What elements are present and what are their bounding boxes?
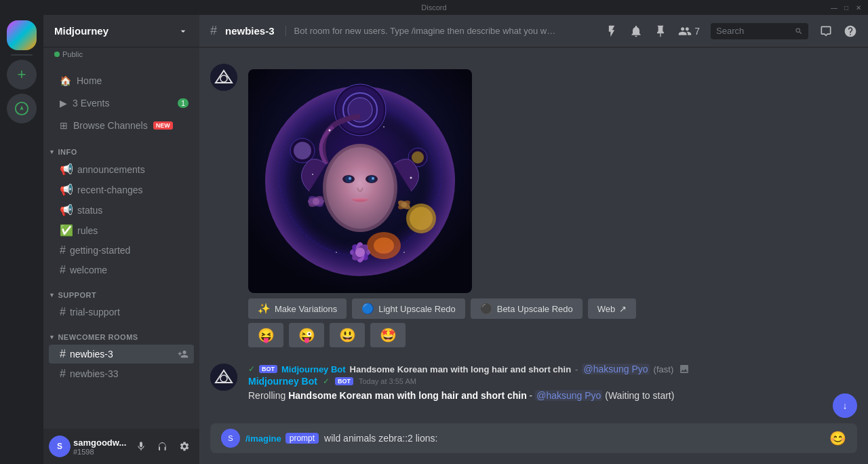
inbox-icon[interactable] — [819, 24, 833, 38]
svg-point-16 — [410, 207, 433, 230]
browse-channels-label: Browse Channels — [73, 120, 148, 131]
megaphone-icon: 📢 — [60, 163, 73, 176]
channel-sidebar: Midjourney Public 🏠 Home ▶ 3 Events 1 — [43, 15, 199, 464]
nav-home[interactable]: 🏠 Home — [49, 70, 194, 92]
plus-icon: + — [18, 66, 26, 83]
slash-command: /imagine — [245, 433, 281, 444]
prompt-indicator: ✓ BOT Midjourney Bot Handsome Korean man… — [248, 364, 857, 374]
search-box[interactable] — [711, 23, 808, 39]
reaction-button-2[interactable]: 😜 — [289, 323, 324, 347]
nav-events[interactable]: ▶ 3 Events 1 — [49, 92, 194, 114]
verified-icon: ✓ — [248, 364, 255, 374]
pin-icon[interactable] — [654, 24, 667, 38]
light-upscale-label: Light Upscale Redo — [378, 304, 455, 314]
section-support-label: SUPPORT — [58, 291, 96, 299]
deafen-button[interactable] — [153, 437, 172, 456]
main-content: # newbies-3 Bot room for new users. Type… — [199, 15, 868, 464]
compass-icon — [14, 101, 29, 116]
server-header[interactable]: Midjourney — [43, 15, 199, 47]
home-label: Home — [77, 75, 102, 86]
reaction-button-3[interactable]: 😃 — [330, 323, 365, 347]
server-icon-midjourney[interactable] — [7, 20, 37, 50]
add-member-icon — [178, 349, 189, 360]
channel-name-newbies-3: newbies-3 — [70, 349, 174, 360]
reaction-emoji-3: 😃 — [339, 327, 356, 343]
notification-icon[interactable] — [629, 24, 643, 38]
user-info: samgoodw... #1598 — [73, 438, 129, 456]
msg-image-container — [248, 69, 472, 293]
mute-button[interactable] — [132, 437, 151, 456]
channel-name-getting-started: getting-started — [70, 245, 189, 256]
maximize-button[interactable]: □ — [842, 3, 850, 12]
megaphone3-icon: 📢 — [60, 204, 73, 216]
channel-name-rules: rules — [77, 225, 189, 236]
channel-hash: # — [210, 24, 217, 38]
titlebar-title: Discord — [421, 3, 446, 12]
channel-recent-changes[interactable]: 📢 recent-changes — [49, 180, 194, 199]
server-status-label: Public — [62, 50, 83, 58]
check-icon: ✅ — [60, 224, 73, 237]
midjourney-logo-icon-2 — [210, 364, 237, 391]
events-badge: 1 — [178, 98, 189, 108]
svg-point-25 — [349, 177, 351, 180]
member-count[interactable]: 7 — [678, 24, 700, 38]
light-upscale-redo-button[interactable]: 🔵 Light Upscale Redo — [352, 298, 465, 319]
settings-button[interactable] — [175, 437, 194, 456]
sparkles-icon: ✨ — [258, 303, 271, 315]
explore-button[interactable] — [7, 94, 37, 123]
close-button[interactable]: ✕ — [854, 3, 863, 12]
midjourney-avatar-2 — [210, 364, 237, 391]
reaction-button-1[interactable]: 😝 — [248, 323, 283, 347]
hash-icon-n33: # — [60, 368, 66, 380]
channel-getting-started[interactable]: # getting-started — [49, 241, 194, 260]
channel-name-newbies-33: newbies-33 — [70, 368, 189, 379]
hash-icon-w: # — [60, 264, 66, 276]
channel-newbies-33[interactable]: # newbies-33 — [49, 364, 194, 383]
reaction-button-4[interactable]: 🤩 — [370, 323, 406, 347]
help-icon[interactable] — [844, 24, 857, 38]
msg-content-2: ✓ BOT Midjourney Bot Handsome Korean man… — [248, 364, 857, 403]
section-arrow-newcomer: ▼ — [49, 334, 55, 341]
events-label: 3 Events — [73, 98, 109, 109]
header-tools: 7 — [605, 23, 857, 39]
channel-trial-support[interactable]: # trial-support — [49, 303, 194, 322]
input-box: S /imagine prompt 😊 — [210, 423, 857, 453]
verified-icon-2: ✓ — [323, 376, 330, 386]
section-info-label: INFO — [58, 148, 77, 156]
section-newcomer-header[interactable]: ▼ NEWCOMER ROOMS — [43, 322, 199, 344]
section-support-header[interactable]: ▼ SUPPORT — [43, 280, 199, 302]
messages-area[interactable]: ✨ Make Variations 🔵 Light Upscale Redo ⚫… — [199, 47, 868, 407]
nav-browse-channels[interactable]: ⊞ Browse Channels NEW — [49, 115, 194, 136]
server-status: Public — [43, 47, 199, 64]
svg-point-30 — [410, 177, 412, 179]
channel-welcome[interactable]: # welcome — [49, 260, 194, 279]
channel-status[interactable]: 📢 status — [49, 200, 194, 220]
search-icon — [795, 26, 803, 36]
minimize-button[interactable]: — — [830, 3, 838, 12]
msg-timestamp-2: Today at 3:55 AM — [359, 377, 416, 385]
user-discriminator: #1598 — [73, 448, 129, 456]
channel-header: # newbies-3 Bot room for new users. Type… — [199, 15, 868, 47]
hash-icon-ts: # — [60, 306, 66, 318]
user-area: S samgoodw... #1598 — [43, 429, 199, 464]
chat-input[interactable] — [324, 433, 824, 444]
search-input[interactable] — [716, 26, 791, 36]
web-button[interactable]: Web ↗ — [588, 298, 637, 319]
bot-author-inline: Midjourney Bot — [281, 364, 346, 374]
browse-icon: ⊞ — [60, 120, 68, 131]
channel-name-announcements: announcements — [77, 164, 189, 175]
section-info-header[interactable]: ▼ INFO — [43, 137, 199, 159]
svg-marker-1 — [20, 105, 24, 110]
scroll-to-bottom-button[interactable]: ↓ — [833, 393, 857, 418]
speed-indicator: (fast) — [654, 364, 674, 374]
bolt-icon[interactable] — [605, 24, 618, 38]
add-server-button[interactable]: + — [7, 60, 37, 90]
user-controls — [132, 437, 194, 456]
channel-newbies-3[interactable]: # newbies-3 — [49, 345, 194, 364]
svg-point-20 — [326, 147, 394, 229]
make-variations-button[interactable]: ✨ Make Variations — [248, 298, 347, 319]
channel-announcements[interactable]: 📢 announcements — [49, 159, 194, 179]
emoji-button[interactable]: 😊 — [829, 430, 846, 446]
beta-upscale-redo-button[interactable]: ⚫ Beta Upscale Redo — [471, 298, 583, 319]
channel-rules[interactable]: ✅ rules — [49, 220, 194, 240]
